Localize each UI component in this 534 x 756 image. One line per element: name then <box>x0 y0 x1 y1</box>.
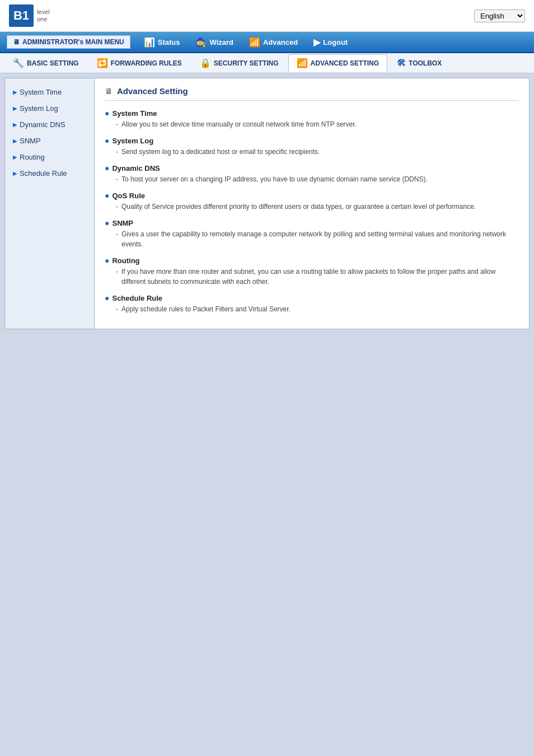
logo-area: B1 level one <box>9 4 50 27</box>
bullet-icon: ▶ <box>13 138 17 144</box>
tab-toolbox[interactable]: 🛠 TOOLBOX <box>388 55 450 72</box>
sidebar-item-system-time[interactable]: ▶ System Time <box>5 84 94 100</box>
section-title-schedule-rule: ● Schedule Rule <box>105 293 519 302</box>
section-title-routing: ● Routing <box>105 256 519 265</box>
logout-icon: ▶ <box>313 37 320 48</box>
bullet-icon: ▶ <box>13 89 17 95</box>
sidebar-item-schedule-rule[interactable]: ▶ Schedule Rule <box>5 165 94 181</box>
main-container: ▶ System Time ▶ System Log ▶ Dynamic DNS… <box>4 78 530 329</box>
section-bullet-icon: ● <box>105 293 109 302</box>
nav-bar: 🖥 ADMINISTRATOR's MAIN MENU 📊 Status 🧙 W… <box>0 32 534 53</box>
advanced-icon: 📶 <box>249 37 260 48</box>
bullet-icon: ▶ <box>13 170 17 176</box>
section-title-system-log: ● System Log <box>105 136 519 145</box>
section-desc-dynamic-dns: - To host your server on a changing IP a… <box>116 174 519 184</box>
content-panel: 🖥 Advanced Setting ● System Time - Allow… <box>95 78 529 329</box>
advanced-setting-icon: 📶 <box>297 58 308 68</box>
tab-forwarding-rules[interactable]: 🔁 FORWARDING RULES <box>88 54 190 72</box>
sidebar-item-dynamic-dns[interactable]: ▶ Dynamic DNS <box>5 116 94 133</box>
logo-icon: B1 <box>9 4 34 27</box>
section-desc-routing: - If you have more than one router and s… <box>116 267 519 287</box>
sidebar: ▶ System Time ▶ System Log ▶ Dynamic DNS… <box>5 78 95 329</box>
section-title-qos-rule: ● QoS Rule <box>105 191 519 200</box>
section-system-time: ● System Time - Allow you to set device … <box>105 109 519 129</box>
content-title-icon: 🖥 <box>105 87 113 96</box>
sidebar-item-system-log[interactable]: ▶ System Log <box>5 100 94 116</box>
dash-icon: - <box>116 147 118 157</box>
section-title-system-time: ● System Time <box>105 109 519 118</box>
nav-advanced[interactable]: 📶 Advanced <box>242 34 305 50</box>
bullet-icon: ▶ <box>13 122 17 128</box>
section-bullet-icon: ● <box>105 109 109 118</box>
tab-advanced-setting[interactable]: 📶 ADVANCED SETTING <box>288 54 387 72</box>
bullet-icon: ▶ <box>13 105 17 111</box>
tab-basic-setting[interactable]: 🔧 BASIC SETTING <box>4 54 87 72</box>
admin-icon: 🖥 <box>13 38 20 46</box>
forwarding-rules-icon: 🔁 <box>97 58 108 68</box>
section-desc-system-log: - Send system log to a dedicated host or… <box>116 147 519 157</box>
status-icon: 📊 <box>144 37 155 48</box>
section-bullet-icon: ● <box>105 218 109 227</box>
toolbox-icon: 🛠 <box>397 58 406 68</box>
section-title-dynamic-dns: ● Dynamic DNS <box>105 164 519 172</box>
section-bullet-icon: ● <box>105 164 109 172</box>
basic-setting-icon: 🔧 <box>13 58 24 68</box>
section-title-snmp: ● SNMP <box>105 218 519 227</box>
top-header: B1 level one English Chinese Japanese <box>0 0 534 32</box>
section-snmp: ● SNMP - Gives a user the capability to … <box>105 218 519 249</box>
content-title: 🖥 Advanced Setting <box>105 86 519 101</box>
security-setting-icon: 🔒 <box>200 58 211 68</box>
section-desc-snmp: - Gives a user the capability to remotel… <box>116 229 519 249</box>
dash-icon: - <box>116 229 118 239</box>
section-dynamic-dns: ● Dynamic DNS - To host your server on a… <box>105 164 519 184</box>
section-system-log: ● System Log - Send system log to a dedi… <box>105 136 519 157</box>
dash-icon: - <box>116 267 118 277</box>
language-selector[interactable]: English Chinese Japanese <box>474 10 525 22</box>
admin-menu-label: 🖥 ADMINISTRATOR's MAIN MENU <box>7 35 130 49</box>
logo-text: level one <box>37 8 50 23</box>
sidebar-item-snmp[interactable]: ▶ SNMP <box>5 133 94 149</box>
nav-status[interactable]: 📊 Status <box>137 34 187 50</box>
section-qos-rule: ● QoS Rule - Quality of Service provides… <box>105 191 519 212</box>
dash-icon: - <box>116 304 118 314</box>
nav-logout[interactable]: ▶ Logout <box>307 34 354 50</box>
bullet-icon: ▶ <box>13 154 17 160</box>
tab-bar: 🔧 BASIC SETTING 🔁 FORWARDING RULES 🔒 SEC… <box>0 53 534 73</box>
section-schedule-rule: ● Schedule Rule - Apply schedule rules t… <box>105 293 519 314</box>
dash-icon: - <box>116 202 118 212</box>
section-bullet-icon: ● <box>105 256 109 265</box>
section-desc-qos-rule: - Quality of Service provides different … <box>116 202 519 212</box>
section-bullet-icon: ● <box>105 191 109 200</box>
sidebar-item-routing[interactable]: ▶ Routing <box>5 149 94 165</box>
section-routing: ● Routing - If you have more than one ro… <box>105 256 519 287</box>
nav-wizard[interactable]: 🧙 Wizard <box>189 34 240 50</box>
section-desc-schedule-rule: - Apply schedule rules to Packet Filters… <box>116 304 519 314</box>
language-dropdown[interactable]: English Chinese Japanese <box>474 10 525 22</box>
section-desc-system-time: - Allow you to set device time manually … <box>116 119 519 129</box>
dash-icon: - <box>116 174 118 184</box>
wizard-icon: 🧙 <box>195 37 207 48</box>
section-bullet-icon: ● <box>105 136 109 145</box>
tab-security-setting[interactable]: 🔒 SECURITY SETTING <box>191 54 287 72</box>
dash-icon: - <box>116 119 118 129</box>
